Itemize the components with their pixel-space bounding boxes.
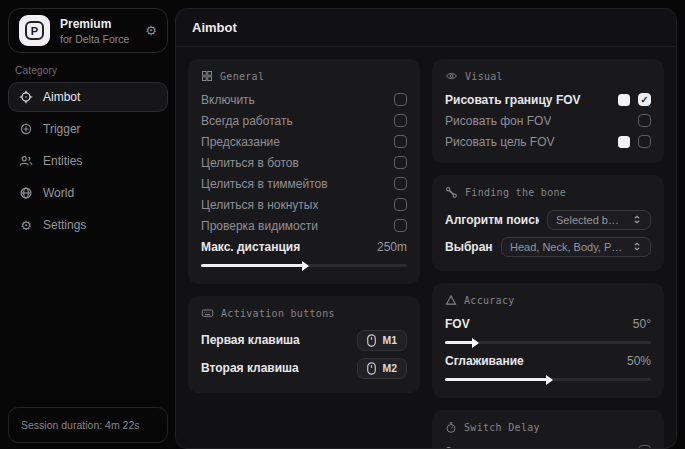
eye-icon (445, 70, 458, 82)
panel-general: General Включить Всегда работать Предска… (188, 59, 420, 284)
slider-fill (445, 341, 474, 344)
setting-label: FOV (445, 317, 470, 331)
setting-label: Целиться в тиммейтов (201, 177, 328, 191)
panel-title: Accuracy (464, 295, 515, 306)
setting-label: Выбранные кости (445, 240, 493, 254)
setting-row[interactable]: Рисовать границу FOV (445, 89, 651, 110)
sidebar-item-entities[interactable]: Entities (8, 146, 168, 176)
mouse-icon (367, 362, 376, 375)
setting-value: 50° (633, 317, 651, 331)
setting-row: FOV 50° (445, 313, 651, 334)
setting-label: Рисовать фон FOV (445, 114, 551, 128)
sidebar-item-trigger[interactable]: Trigger (8, 114, 168, 144)
panel-title: General (220, 71, 264, 82)
sidebar-item-world[interactable]: World (8, 178, 168, 208)
setting-value: 250m (377, 240, 407, 254)
keybind-value: M1 (382, 334, 397, 346)
session-duration: Session duration: 4m 22s (8, 407, 168, 443)
checkbox[interactable] (394, 198, 407, 211)
setting-label: Всегда работать (201, 114, 293, 128)
checkbox[interactable] (394, 114, 407, 127)
premium-title: Premium (60, 17, 135, 31)
setting-label: Сглаживание (445, 354, 524, 368)
app-logo: P (19, 15, 50, 46)
slider-fill (201, 264, 304, 267)
setting-row[interactable]: Задержка переключения (445, 441, 651, 448)
color-swatch[interactable] (618, 136, 630, 148)
panel-switch-delay: Switch Delay Задержка переключения Задер… (432, 410, 664, 448)
sidebar-item-aimbot[interactable]: Aimbot (8, 82, 168, 112)
setting-row[interactable]: Всегда работать (201, 110, 407, 131)
grid-icon (201, 70, 213, 82)
checkbox[interactable] (394, 177, 407, 190)
smoothing-slider[interactable] (445, 378, 651, 381)
checkbox[interactable] (394, 135, 407, 148)
gear-icon[interactable]: ⚙ (145, 24, 157, 37)
setting-row[interactable]: Включить (201, 89, 407, 110)
panel-title: Activation buttons (221, 308, 335, 319)
triangle-icon (445, 294, 457, 306)
keyboard-icon (201, 307, 214, 319)
left-column: General Включить Всегда работать Предска… (188, 59, 420, 393)
panel-header: Switch Delay (445, 421, 651, 434)
sidebar-item-label: Settings (43, 218, 86, 232)
keybind-button[interactable]: M2 (357, 358, 407, 379)
globe-icon (19, 186, 33, 200)
stopwatch-icon (445, 421, 457, 434)
max-distance-slider[interactable] (201, 264, 407, 267)
panel-header: Accuracy (445, 294, 651, 306)
setting-row[interactable]: Рисовать цель FOV (445, 131, 651, 152)
setting-row: Выбранные кости Head, Neck, Body, Pe... (445, 233, 651, 260)
setting-label: Целиться в ботов (201, 156, 299, 170)
panel-title: Visual (465, 71, 503, 82)
bone-algorithm-dropdown[interactable]: Selected bone (547, 210, 651, 230)
checkbox[interactable] (394, 219, 407, 232)
sidebar-item-settings[interactable]: ⚙ Settings (8, 210, 168, 240)
checkbox[interactable] (638, 135, 651, 148)
sidebar-item-label: Trigger (43, 122, 81, 136)
setting-row[interactable]: Проверка видимости (201, 215, 407, 236)
content-area: General Включить Всегда работать Предска… (176, 47, 676, 448)
setting-row[interactable]: Целиться в тиммейтов (201, 173, 407, 194)
right-column: Visual Рисовать границу FOV Рисовать фон… (432, 59, 664, 448)
dropdown-value: Selected bone (556, 214, 625, 226)
selected-bones-dropdown[interactable]: Head, Neck, Body, Pe... (501, 237, 651, 257)
page-title: Aimbot (176, 9, 676, 47)
panel-header: Activation buttons (201, 307, 407, 319)
sidebar-item-label: Entities (43, 154, 82, 168)
setting-label: Включить (201, 93, 255, 107)
checkbox[interactable] (394, 156, 407, 169)
setting-label: Предсказание (201, 135, 280, 149)
setting-controls (618, 135, 651, 148)
chevron-up-down-icon (632, 241, 642, 252)
premium-card: P Premium for Delta Force ⚙ (8, 8, 168, 53)
setting-controls (638, 114, 651, 127)
checkbox[interactable] (394, 93, 407, 106)
main-panel: Aimbot General Включить Всегда работать (175, 8, 677, 449)
keybind-button[interactable]: M1 (357, 330, 407, 351)
fov-slider[interactable] (445, 341, 651, 344)
setting-row[interactable]: Предсказание (201, 131, 407, 152)
premium-subtitle: for Delta Force (60, 33, 135, 45)
setting-label: Макс. дистанция (201, 240, 300, 254)
setting-row[interactable]: Целиться в ботов (201, 152, 407, 173)
setting-row[interactable]: Целиться в нокнутых (201, 194, 407, 215)
setting-label: Рисовать границу FOV (445, 93, 581, 107)
panel-title: Switch Delay (464, 422, 540, 433)
checkbox[interactable] (638, 445, 651, 448)
setting-label: Целиться в нокнутых (201, 198, 318, 212)
sidebar-item-label: Aimbot (43, 90, 80, 104)
dropdown-value: Head, Neck, Body, Pe... (510, 241, 625, 253)
checkbox[interactable] (638, 114, 651, 127)
setting-label: Проверка видимости (201, 219, 318, 233)
setting-row: Сглаживание 50% (445, 350, 651, 371)
slider-fill (445, 378, 548, 381)
setting-label: Задержка переключения (445, 445, 583, 449)
setting-row: Макс. дистанция 250m (201, 236, 407, 257)
panel-header: General (201, 70, 407, 82)
app-window: P Premium for Delta Force ⚙ Category Aim… (0, 0, 685, 449)
checkbox[interactable] (638, 93, 651, 106)
setting-row[interactable]: Рисовать фон FOV (445, 110, 651, 131)
color-swatch[interactable] (618, 94, 630, 106)
panel-header: Finding the bone (445, 186, 651, 199)
